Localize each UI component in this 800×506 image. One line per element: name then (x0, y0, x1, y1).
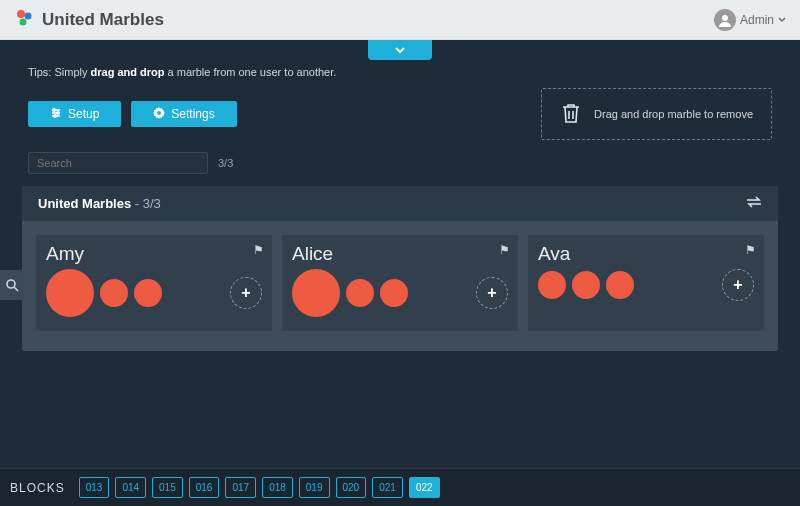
side-search-tab[interactable] (0, 270, 24, 300)
transfer-icon[interactable] (746, 196, 762, 211)
blocks-footer: BLOCKS 013014015016017018019020021022 (0, 468, 800, 506)
block-017[interactable]: 017 (225, 477, 256, 498)
chevron-down-icon (394, 45, 406, 55)
marble[interactable] (46, 269, 94, 317)
marble[interactable] (292, 269, 340, 317)
setup-button[interactable]: Setup (28, 101, 121, 127)
settings-button[interactable]: Settings (131, 101, 236, 127)
svg-point-0 (17, 10, 25, 18)
top-bar: United Marbles Admin (0, 0, 800, 40)
marble[interactable] (606, 271, 634, 299)
block-015[interactable]: 015 (152, 477, 183, 498)
svg-point-4 (53, 108, 55, 110)
collapse-tab[interactable] (368, 40, 432, 60)
marble[interactable] (134, 279, 162, 307)
svg-point-1 (25, 12, 32, 19)
search-count: 3/3 (218, 157, 233, 169)
user-name: Alice (292, 243, 508, 265)
marble[interactable] (538, 271, 566, 299)
chevron-down-icon (778, 13, 786, 27)
svg-point-7 (157, 111, 161, 115)
trash-drop-zone[interactable]: Drag and drop marble to remove (541, 88, 772, 140)
add-marble-button[interactable]: + (476, 277, 508, 309)
user-card[interactable]: ⚑Ava+ (528, 235, 764, 331)
svg-point-3 (722, 15, 728, 21)
user-menu[interactable]: Admin (714, 9, 786, 31)
block-021[interactable]: 021 (372, 477, 403, 498)
block-020[interactable]: 020 (336, 477, 367, 498)
pin-icon[interactable]: ⚑ (499, 243, 510, 257)
block-013[interactable]: 013 (79, 477, 110, 498)
brand: United Marbles (14, 8, 164, 32)
user-name: Ava (538, 243, 754, 265)
svg-point-2 (20, 18, 27, 25)
block-018[interactable]: 018 (262, 477, 293, 498)
user-card[interactable]: ⚑Alice+ (282, 235, 518, 331)
user-name: Amy (46, 243, 262, 265)
sliders-icon (50, 107, 62, 122)
gear-icon (153, 107, 165, 122)
logo-icon (14, 8, 34, 32)
svg-point-5 (57, 111, 59, 113)
pin-icon[interactable]: ⚑ (745, 243, 756, 257)
search-icon (5, 278, 19, 292)
block-016[interactable]: 016 (189, 477, 220, 498)
marble[interactable] (380, 279, 408, 307)
blocks-label: BLOCKS (10, 481, 65, 495)
app-title: United Marbles (42, 10, 164, 30)
pin-icon[interactable]: ⚑ (253, 243, 264, 257)
marble[interactable] (572, 271, 600, 299)
trash-icon (560, 101, 582, 127)
svg-point-8 (7, 280, 15, 288)
trash-label: Drag and drop marble to remove (594, 108, 753, 120)
avatar-icon (714, 9, 736, 31)
company-panel: United Marbles - 3/3 ⚑Amy+⚑Alice+⚑Ava+ (22, 186, 778, 351)
marble[interactable] (346, 279, 374, 307)
block-019[interactable]: 019 (299, 477, 330, 498)
search-input[interactable] (28, 152, 208, 174)
user-label: Admin (740, 13, 774, 27)
user-card[interactable]: ⚑Amy+ (36, 235, 272, 331)
marble[interactable] (100, 279, 128, 307)
svg-point-6 (54, 114, 56, 116)
add-marble-button[interactable]: + (722, 269, 754, 301)
block-022[interactable]: 022 (409, 477, 440, 498)
block-014[interactable]: 014 (115, 477, 146, 498)
panel-title: United Marbles - 3/3 (38, 196, 161, 211)
add-marble-button[interactable]: + (230, 277, 262, 309)
